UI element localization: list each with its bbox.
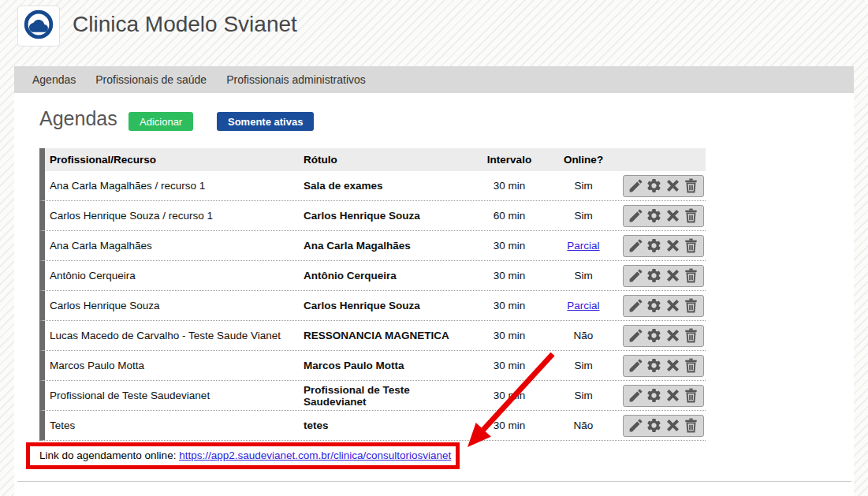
online-value[interactable]: Parcial: [567, 240, 599, 252]
nav-item-profissionais-administrativos[interactable]: Profissionais administrativos: [226, 73, 366, 86]
cancel-icon[interactable]: [664, 267, 681, 285]
delete-icon[interactable]: [683, 417, 700, 434]
online-value: Sim: [574, 180, 592, 192]
delete-icon[interactable]: [683, 207, 700, 225]
cell-label: Carlos Henrique Souza: [299, 210, 475, 222]
edit-icon[interactable]: [627, 387, 644, 405]
nav-item-profissionais-saude[interactable]: Profissionais de saúde: [95, 73, 207, 86]
cell-online: Sim: [544, 360, 623, 371]
cell-online: Sim: [544, 180, 623, 192]
cell-actions: [623, 265, 706, 287]
edit-icon[interactable]: [627, 177, 644, 195]
cancel-icon[interactable]: [664, 237, 681, 255]
row-action-group: [623, 265, 704, 287]
cancel-icon[interactable]: [664, 357, 681, 375]
cell-interval: 30 min: [475, 330, 544, 341]
delete-icon[interactable]: [683, 177, 700, 195]
settings-icon[interactable]: [646, 237, 663, 255]
settings-icon[interactable]: [646, 327, 663, 345]
delete-icon[interactable]: [683, 237, 700, 255]
cloud-icon: [20, 6, 57, 46]
column-header-interval: Intervalo: [475, 154, 544, 166]
cell-professional: Marcos Paulo Motta: [45, 360, 299, 371]
row-action-group: [623, 355, 704, 377]
cell-label: Ana Carla Magalhães: [299, 240, 475, 252]
cancel-icon[interactable]: [664, 417, 681, 434]
delete-icon[interactable]: [683, 327, 700, 345]
online-value: Não: [574, 420, 594, 431]
settings-icon[interactable]: [646, 357, 663, 375]
table-row: Antônio Cerqueira Antônio Cerqueira 30 m…: [39, 261, 706, 291]
table-row: Carlos Henrique Souza Carlos Henrique So…: [39, 291, 706, 321]
cell-actions: [623, 325, 706, 347]
cell-label: Sala de exames: [299, 180, 475, 192]
online-booking-link-label: Link do agendamento online:: [39, 449, 176, 461]
settings-icon[interactable]: [646, 267, 663, 285]
cell-interval: 30 min: [475, 390, 544, 401]
delete-icon[interactable]: [683, 297, 700, 315]
cancel-icon[interactable]: [664, 207, 681, 225]
cell-online: Não: [544, 330, 623, 341]
online-value: Sim: [574, 360, 592, 371]
cancel-icon[interactable]: [664, 177, 681, 195]
delete-icon[interactable]: [683, 267, 700, 285]
table-row: Lucas Macedo de Carvalho - Teste Saude V…: [39, 321, 706, 351]
cancel-icon[interactable]: [664, 387, 681, 405]
cell-label: Marcos Paulo Motta: [299, 360, 475, 371]
column-header-label: Rótulo: [299, 154, 475, 166]
table-row: Ana Carla Magalhães Ana Carla Magalhães …: [39, 231, 706, 261]
column-header-online: Online?: [544, 154, 623, 166]
delete-icon[interactable]: [683, 357, 700, 375]
edit-icon[interactable]: [627, 267, 644, 285]
cell-actions: [623, 385, 706, 407]
edit-icon[interactable]: [627, 417, 644, 434]
edit-icon[interactable]: [627, 327, 644, 345]
cell-online: Sim: [544, 210, 623, 222]
content-panel: Agendas Adicionar Somente ativas Profiss…: [14, 93, 854, 496]
settings-icon[interactable]: [646, 207, 663, 225]
cell-label: Profissional de Teste Saudevianet: [299, 384, 475, 408]
cell-online: Sim: [544, 270, 623, 282]
edit-icon[interactable]: [627, 237, 644, 255]
row-action-group: [623, 205, 704, 227]
cell-professional: Ana Carla Magalhães: [45, 240, 299, 252]
table-row: Profissional de Teste Saudevianet Profis…: [39, 381, 706, 411]
cell-interval: 30 min: [475, 300, 544, 311]
online-value: Não: [574, 330, 594, 341]
delete-icon[interactable]: [683, 387, 700, 405]
only-active-button[interactable]: Somente ativas: [217, 112, 314, 131]
online-value[interactable]: Parcial: [567, 300, 599, 311]
app-title: Clinica Modelo Svianet: [73, 12, 297, 37]
cell-actions: [623, 175, 706, 197]
cell-professional: Ana Carla Magalhães / recurso 1: [45, 180, 299, 192]
add-button[interactable]: Adicionar: [129, 112, 193, 131]
cell-online: Parcial: [544, 300, 623, 311]
table-row: Carlos Henrique Souza / recurso 1 Carlos…: [39, 201, 706, 231]
page-title: Agendas: [39, 107, 117, 130]
settings-icon[interactable]: [646, 417, 663, 434]
online-value: Sim: [574, 270, 592, 282]
table-body: Ana Carla Magalhães / recurso 1 Sala de …: [39, 171, 706, 441]
table-row: Ana Carla Magalhães / recurso 1 Sala de …: [39, 171, 706, 201]
cancel-icon[interactable]: [664, 297, 681, 315]
cell-interval: 30 min: [475, 240, 544, 252]
edit-icon[interactable]: [627, 297, 644, 315]
table-row: Tetes tetes 30 min Não: [39, 411, 706, 441]
nav-item-agendas[interactable]: Agendas: [32, 73, 76, 86]
row-action-group: [623, 295, 704, 317]
cancel-icon[interactable]: [664, 327, 681, 345]
edit-icon[interactable]: [627, 357, 644, 375]
online-booking-link[interactable]: https://app2.saudevianet.com.br/clinica/…: [179, 449, 451, 461]
cell-professional: Lucas Macedo de Carvalho - Teste Saude V…: [45, 330, 299, 341]
cell-actions: [623, 295, 706, 317]
cell-label: RESSONANCIA MAGNETICA: [299, 330, 475, 341]
app-logo: [17, 6, 60, 47]
settings-icon[interactable]: [646, 297, 663, 315]
cell-interval: 60 min: [475, 210, 544, 222]
cell-professional: Profissional de Teste Saudevianet: [45, 390, 299, 401]
settings-icon[interactable]: [646, 387, 663, 405]
settings-icon[interactable]: [646, 177, 663, 195]
online-value: Sim: [574, 210, 592, 222]
table-row: Marcos Paulo Motta Marcos Paulo Motta 30…: [39, 351, 706, 381]
edit-icon[interactable]: [627, 207, 644, 225]
